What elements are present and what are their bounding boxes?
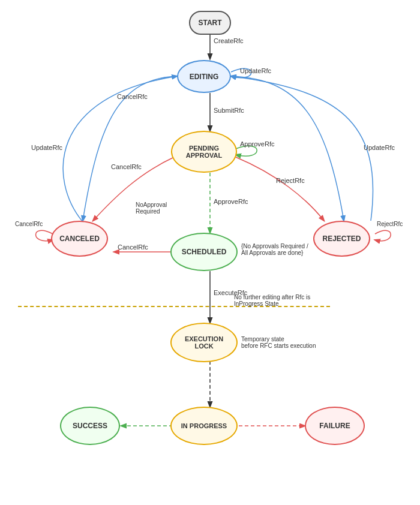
node-canceled: CANCELED <box>51 221 108 257</box>
label-submitRfc: SubmitRfc <box>214 107 244 114</box>
label-approveRfc2: ApproveRfc <box>214 198 248 205</box>
label-cancelRfc4: CancelRfc <box>118 244 148 251</box>
label-updateRfc3: UpdateRfc <box>364 144 395 151</box>
label-executeRfc: ExecuteRfc <box>214 289 247 296</box>
label-approveRfc1: ApproveRfc <box>240 140 274 148</box>
node-inprogress: IN PROGRESS <box>170 407 238 445</box>
label-cancelRfc1: CancelRfc <box>117 93 148 100</box>
node-rejected: REJECTED <box>313 221 370 257</box>
label-updateRfc2: UpdateRfc <box>31 144 62 151</box>
label-updateRfc1: UpdateRfc <box>240 67 271 74</box>
label-cancelRfc3: CancelRfc <box>15 221 43 227</box>
label-rejectRfc2: RejectRfc <box>377 221 403 227</box>
state-diagram: START EDITING PENDINGAPPROVAL CANCELED R… <box>0 0 420 505</box>
label-createRfc: CreateRfc <box>214 37 244 44</box>
node-start: START <box>189 11 231 35</box>
label-noFurther: No further editing after Rfc isInProgres… <box>234 294 310 307</box>
node-pending: PENDINGAPPROVAL <box>171 131 237 173</box>
label-cancelRfc2: CancelRfc <box>111 163 142 170</box>
divider-line <box>18 306 330 307</box>
node-failure: FAILURE <box>305 407 365 445</box>
label-tempState: Temporary statebefore RFC starts executi… <box>241 336 316 349</box>
node-success: SUCCESS <box>60 407 120 445</box>
label-noApproval: NoApprovalRequired <box>136 202 167 215</box>
node-scheduled: SCHEDULED <box>170 233 238 271</box>
label-rejectRfc1: RejectRfc <box>276 177 305 184</box>
label-scheduled-note: {No Approvals Required /All Approvals ar… <box>241 243 308 256</box>
node-execlock: EXECUTIONLOCK <box>170 323 238 362</box>
node-editing: EDITING <box>177 60 231 93</box>
